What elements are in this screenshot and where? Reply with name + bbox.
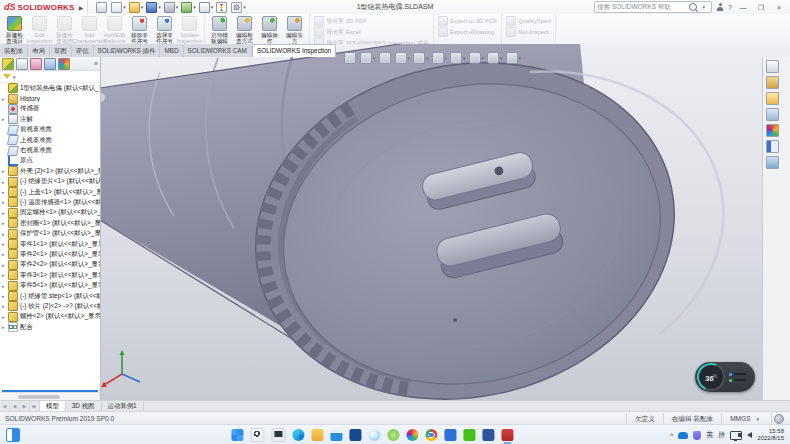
- quick-toolbar-button[interactable]: ▾: [199, 2, 214, 13]
- command-tab[interactable]: 评估: [72, 45, 94, 57]
- headsup-toolbar-button[interactable]: ▾: [469, 52, 485, 64]
- tree-horizontal-scrollbar[interactable]: [0, 392, 100, 400]
- overlay-row-2[interactable]: [729, 379, 746, 382]
- tree-item[interactable]: ▸ 密封圈<1> (默认<<默认>_显示状态: [0, 218, 100, 228]
- minimize-button[interactable]: —: [736, 1, 750, 14]
- tree-item[interactable]: ▸ 固定螺栓<1> (默认<<默认>_显示状态: [0, 208, 100, 218]
- taskbar-app-icon[interactable]: [250, 428, 264, 442]
- command-tab[interactable]: SOLIDWORKS Inspection: [252, 44, 336, 57]
- quick-toolbar-button[interactable]: ▾: [231, 2, 246, 13]
- dropdown-caret-icon[interactable]: ▾: [519, 55, 522, 61]
- menu-flyout-arrow-icon[interactable]: ▶: [79, 4, 84, 11]
- status-globe-icon[interactable]: [774, 414, 784, 424]
- taskbar-app-icon[interactable]: [311, 429, 323, 441]
- tree-item[interactable]: ▸ 螺栓<2> (默认<<默认>_显示状态: [0, 312, 100, 322]
- quick-toolbar-button[interactable]: [216, 2, 228, 13]
- taskbar-app-icon[interactable]: [425, 429, 437, 441]
- tree-item[interactable]: ▸ 零件5<1> (默认<<默认>_显示状态: [0, 280, 100, 290]
- ribbon-menu-item[interactable]: QualityXpert: [506, 16, 551, 26]
- status-units-mmgs[interactable]: MMGS ▾: [721, 413, 772, 425]
- ribbon-menu-item[interactable]: 导出至 2D PDF: [314, 16, 367, 26]
- command-tab[interactable]: SOLIDWORKS 插件: [94, 45, 161, 57]
- filter-caret-icon[interactable]: ▾: [13, 74, 16, 80]
- tree-item[interactable]: 上视基准面: [0, 135, 100, 145]
- dropdown-caret-icon[interactable]: ▾: [141, 3, 144, 12]
- tree-item[interactable]: ▸ 零件2<1> (默认<<默认>_显示状态: [0, 249, 100, 259]
- task-pane-tab-icon[interactable]: [766, 76, 779, 89]
- headsup-toolbar-button[interactable]: ▾: [487, 52, 503, 64]
- quick-toolbar-button[interactable]: ▾: [111, 2, 126, 13]
- solidworks-logo[interactable]: ɗS SOLIDWORKS ▶: [0, 0, 88, 14]
- tree-item[interactable]: ▸ 保护管<1> (默认<<默认>_显示状态: [0, 228, 100, 238]
- dropdown-caret-icon[interactable]: ▾: [373, 55, 376, 61]
- speaker-icon[interactable]: [747, 432, 752, 438]
- taskbar-app-icon[interactable]: [368, 429, 380, 441]
- close-button[interactable]: ×: [772, 1, 786, 14]
- command-tab[interactable]: SOLIDWORKS CAM: [184, 45, 252, 57]
- dropdown-caret-icon[interactable]: ▾: [445, 55, 448, 61]
- taskbar-app-icon[interactable]: [444, 429, 456, 441]
- tree-item[interactable]: 前视基准面: [0, 125, 100, 135]
- tree-item[interactable]: ▸ History: [0, 93, 100, 103]
- tree-item[interactable]: ▸ (-) 铰片 (2)<2> ->? (默认<<默认>_显示: [0, 301, 100, 311]
- ribbon-button[interactable]: 编辑检 查方式: [232, 15, 257, 44]
- task-pane-tab-icon[interactable]: [766, 140, 779, 153]
- quick-toolbar-button[interactable]: [96, 2, 108, 13]
- tree-item[interactable]: ▸ 零件2<2> (默认<<默认>_显示状态: [0, 260, 100, 270]
- headsup-toolbar-button[interactable]: [379, 52, 392, 64]
- dropdown-caret-icon[interactable]: ▾: [463, 55, 466, 61]
- featuremanager-tab-icon[interactable]: [2, 58, 14, 70]
- ime-language-indicator[interactable]: 英: [706, 430, 713, 440]
- tree-item[interactable]: 原点: [0, 156, 100, 166]
- quick-toolbar-button[interactable]: ▾: [129, 2, 144, 13]
- taskbar-app-icon[interactable]: [501, 429, 513, 441]
- taskbar-app-icon[interactable]: [406, 429, 418, 441]
- tree-item[interactable]: ▸ (-) 温度传感器<1> (默认<<默认>_显示状: [0, 197, 100, 207]
- search-dropdown-caret-icon[interactable]: ▾: [699, 4, 710, 10]
- task-pane-tab-icon[interactable]: [766, 124, 779, 137]
- clock[interactable]: 15:58 2022/8/15: [757, 428, 784, 442]
- ribbon-button[interactable]: 编辑操 作: [257, 15, 282, 44]
- ribbon-menu-item[interactable]: Export to 3D PDF: [438, 16, 497, 26]
- dropdown-caret-icon[interactable]: ▾: [158, 3, 161, 12]
- displaymanager-tab-icon[interactable]: [58, 58, 70, 70]
- ribbon-button[interactable]: Add/Edit Balloons: [102, 15, 127, 44]
- dropdown-caret-icon[interactable]: ▾: [123, 3, 126, 12]
- command-tab[interactable]: MBD: [160, 45, 183, 57]
- taskbar-app-icon[interactable]: [349, 429, 361, 441]
- help-icon[interactable]: ?: [728, 4, 732, 11]
- dropdown-caret-icon[interactable]: ▾: [408, 55, 411, 61]
- headsup-toolbar-button[interactable]: ▾: [506, 52, 522, 64]
- taskbar-app-icon[interactable]: [292, 429, 304, 441]
- headsup-toolbar-button[interactable]: ▾: [432, 52, 448, 64]
- tree-item[interactable]: ▸ 配合: [0, 322, 100, 332]
- taskbar-app-icon[interactable]: [482, 429, 494, 441]
- dropdown-caret-icon[interactable]: ▾: [243, 3, 246, 12]
- tree-filter-row[interactable]: ▾: [0, 71, 100, 83]
- tray-chevron-icon[interactable]: ^: [670, 432, 673, 439]
- overlay-row-1[interactable]: [729, 373, 746, 376]
- headsup-toolbar-button[interactable]: ▾: [395, 52, 411, 64]
- command-tab[interactable]: 草图: [50, 45, 72, 57]
- onedrive-icon[interactable]: [678, 432, 688, 439]
- dropdown-caret-icon[interactable]: ▾: [482, 55, 485, 61]
- taskbar-app-icon[interactable]: [330, 429, 342, 441]
- tree-item[interactable]: ▸ 注解: [0, 114, 100, 124]
- quick-toolbar-button[interactable]: ▾: [181, 2, 196, 13]
- tree-item[interactable]: 传感器: [0, 104, 100, 114]
- security-shield-icon[interactable]: [693, 431, 701, 440]
- ribbon-button[interactable]: 选择零 件序号: [152, 15, 177, 44]
- propertymanager-tab-icon[interactable]: [16, 58, 28, 70]
- scrollbar-thumb[interactable]: [18, 395, 60, 399]
- task-pane-tab-icon[interactable]: [766, 108, 779, 121]
- tree-item[interactable]: ▸ (-) 绝缘管.step<1> (默认<<默认>_显示: [0, 291, 100, 301]
- tree-item[interactable]: ▸ 零件3<1> (默认<<默认>_显示状态: [0, 270, 100, 280]
- ribbon-button[interactable]: Add Characteristic: [77, 15, 102, 44]
- task-pane-tab-icon[interactable]: [766, 60, 779, 73]
- dropdown-caret-icon[interactable]: ▾: [211, 3, 214, 12]
- command-tab[interactable]: 装配体: [0, 45, 28, 57]
- ribbon-menu-item[interactable]: 导出至 Excel: [314, 27, 360, 37]
- taskbar-app-icon[interactable]: [271, 428, 285, 442]
- command-tab[interactable]: 布局: [28, 45, 50, 57]
- ribbon-menu-item[interactable]: Export eDrawing: [438, 27, 494, 37]
